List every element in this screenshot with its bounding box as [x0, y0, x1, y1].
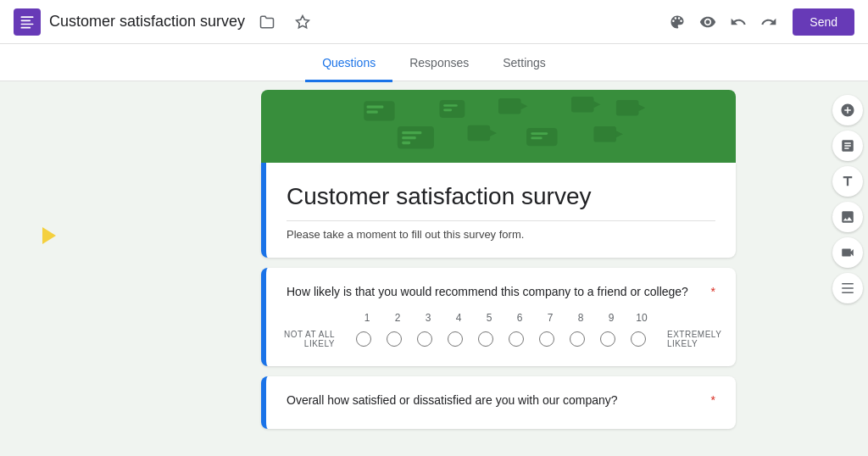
redo-button[interactable]: [755, 8, 782, 36]
radio-group: [348, 329, 654, 349]
scale-num-7: 7: [535, 312, 565, 324]
topbar: Customer satisfaction survey: [0, 0, 868, 44]
scale-numbers: 1 2 3 4 5 6 7 8 9 10: [287, 312, 715, 324]
question-2-text: Overall how satisfied or dissatisfied ar…: [287, 393, 708, 407]
svg-rect-12: [498, 98, 520, 114]
svg-rect-1: [21, 19, 31, 21]
svg-rect-16: [616, 100, 638, 116]
undo-button[interactable]: [725, 8, 752, 36]
tabs-bar: Questions Responses Settings: [0, 44, 868, 81]
preview-button[interactable]: [694, 8, 721, 36]
scale-label-right: EXTREMELY LIKELY: [667, 330, 743, 348]
scale-num-2: 2: [382, 312, 413, 324]
add-video-button[interactable]: [832, 237, 863, 268]
scale-num-4: 4: [443, 312, 474, 324]
svg-rect-24: [526, 128, 557, 146]
scale-num-8: 8: [565, 312, 596, 324]
tab-questions[interactable]: Questions: [305, 45, 392, 82]
scale-radios-row: NOT AT ALL LIKELY: [287, 329, 715, 349]
scale-num-10: 10: [626, 312, 657, 324]
svg-rect-10: [443, 104, 458, 107]
app-title: Customer satisfaction survey: [49, 13, 245, 31]
tab-responses[interactable]: Responses: [392, 45, 486, 82]
add-image-button[interactable]: [832, 202, 863, 232]
radio-3[interactable]: [409, 329, 440, 349]
svg-rect-2: [21, 23, 34, 25]
scale-num-9: 9: [596, 312, 626, 324]
question-card-2: Overall how satisfied or dissatisfied ar…: [261, 376, 736, 429]
svg-rect-3: [21, 26, 31, 28]
header-image-card: [261, 90, 736, 163]
scale-num-3: 3: [413, 312, 443, 324]
right-sidebar: [827, 81, 868, 456]
radio-2[interactable]: [379, 329, 409, 349]
radio-6[interactable]: [501, 329, 531, 349]
svg-rect-21: [402, 142, 410, 144]
radio-10[interactable]: [623, 329, 654, 349]
question-1-text: How likely is that you would recommend t…: [287, 285, 708, 298]
left-area: [0, 81, 170, 456]
main-area: Customer satisfaction survey Please take…: [0, 81, 868, 456]
folder-button[interactable]: [253, 8, 281, 36]
svg-rect-0: [21, 16, 34, 18]
svg-rect-9: [440, 100, 465, 118]
svg-rect-26: [531, 137, 542, 140]
form-area: Customer satisfaction survey Please take…: [170, 81, 827, 456]
star-button[interactable]: [289, 8, 316, 36]
svg-rect-19: [402, 131, 421, 134]
scale-num-6: 6: [504, 312, 535, 324]
radio-8[interactable]: [562, 329, 593, 349]
radio-1[interactable]: [348, 329, 379, 349]
svg-rect-7: [367, 106, 384, 108]
tab-settings[interactable]: Settings: [486, 45, 563, 82]
required-star-1: *: [711, 285, 715, 298]
radio-7[interactable]: [531, 329, 562, 349]
scale-label-left: NOT AT ALL LIKELY: [259, 330, 335, 348]
svg-rect-27: [593, 126, 615, 142]
send-button[interactable]: Send: [793, 8, 854, 36]
question-1-header: How likely is that you would recommend t…: [287, 285, 715, 298]
svg-marker-4: [297, 15, 309, 27]
required-star-2: *: [711, 393, 715, 407]
import-questions-button[interactable]: [832, 131, 863, 161]
svg-rect-14: [571, 97, 593, 113]
topbar-right: Send: [664, 8, 854, 36]
radio-4[interactable]: [440, 329, 470, 349]
title-card: Customer satisfaction survey Please take…: [261, 163, 736, 258]
survey-subtitle: Please take a moment to fill out this su…: [287, 228, 715, 241]
radio-9[interactable]: [593, 329, 623, 349]
add-question-button[interactable]: [832, 95, 863, 125]
radio-5[interactable]: [470, 329, 501, 349]
add-section-button[interactable]: [832, 273, 863, 303]
topbar-left: Customer satisfaction survey: [14, 8, 316, 36]
svg-rect-8: [367, 110, 378, 113]
svg-rect-20: [402, 136, 416, 139]
question-card-1: How likely is that you would recommend t…: [261, 268, 736, 366]
linear-scale: 1 2 3 4 5 6 7 8 9 10 NOT AT ALL LIKELY: [287, 312, 715, 349]
question-2-header: Overall how satisfied or dissatisfied ar…: [287, 393, 715, 407]
svg-rect-25: [531, 132, 548, 135]
cursor-arrow: [42, 227, 56, 244]
add-title-button[interactable]: [832, 166, 863, 197]
scale-num-5: 5: [474, 312, 504, 324]
scale-number-group: 1 2 3 4 5 6 7 8 9 10: [352, 312, 657, 324]
app-icon: [14, 8, 41, 36]
scale-num-1: 1: [352, 312, 382, 324]
survey-form-title: Customer satisfaction survey: [287, 183, 715, 221]
svg-rect-11: [443, 108, 452, 111]
palette-button[interactable]: [664, 8, 691, 36]
svg-rect-22: [468, 125, 490, 142]
